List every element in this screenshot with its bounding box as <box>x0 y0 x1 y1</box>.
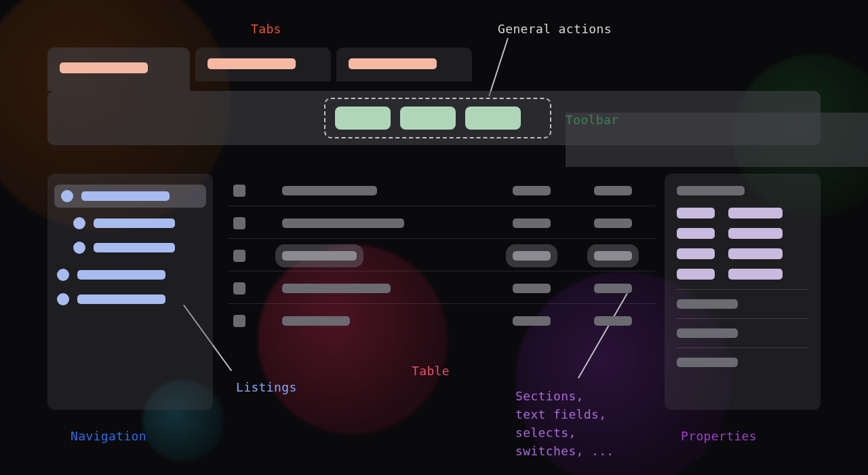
diagram-stage: Tabs General actions Toolbar Listings Na… <box>0 0 868 475</box>
cell-placeholder <box>282 316 350 326</box>
tab-placeholder <box>195 48 331 81</box>
property-line-placeholder <box>677 328 738 338</box>
properties-region <box>665 174 821 410</box>
row-icon <box>233 217 245 229</box>
nav-item-placeholder <box>54 185 206 208</box>
nav-bullet-icon <box>61 190 73 202</box>
property-key-placeholder <box>677 208 715 218</box>
row-icon <box>233 250 245 262</box>
cell-placeholder <box>594 316 632 326</box>
cell-placeholder <box>594 186 632 195</box>
annotation-general-actions: General actions <box>498 22 612 36</box>
property-line-placeholder <box>677 299 738 309</box>
row-icon <box>233 315 245 327</box>
nav-item-placeholder <box>73 242 175 254</box>
nav-label-placeholder <box>94 218 175 228</box>
navigation-region <box>47 174 213 410</box>
property-row <box>677 208 808 218</box>
tab-placeholder <box>336 48 472 81</box>
property-row <box>677 228 808 239</box>
property-value-placeholder <box>728 208 783 218</box>
cell-placeholder <box>513 316 551 326</box>
nav-bullet-icon <box>57 269 69 281</box>
tab-placeholder <box>47 48 190 91</box>
table-row <box>228 206 655 239</box>
cell-placeholder <box>282 218 404 228</box>
nav-bullet-icon <box>73 242 85 254</box>
divider <box>677 347 808 348</box>
property-row <box>677 269 808 280</box>
cell-placeholder <box>594 251 632 261</box>
nav-label-placeholder <box>81 191 170 201</box>
cell-placeholder <box>282 284 391 293</box>
tab-label-placeholder <box>349 58 437 69</box>
cell-placeholder <box>282 251 357 261</box>
cell-placeholder <box>513 284 551 293</box>
table-row <box>228 304 655 337</box>
annotation-listings: Listings <box>236 380 297 394</box>
cell-placeholder <box>513 251 551 261</box>
property-value-placeholder <box>728 248 783 259</box>
cell-placeholder <box>282 186 377 195</box>
property-row <box>677 248 808 259</box>
properties-header-placeholder <box>677 186 745 195</box>
toolbar-region <box>47 91 821 145</box>
nav-item-placeholder <box>73 217 175 229</box>
row-icon <box>233 185 245 197</box>
table-row <box>228 239 655 271</box>
property-key-placeholder <box>677 248 715 259</box>
nav-item-placeholder <box>57 269 165 281</box>
table-row <box>228 271 655 304</box>
property-value-placeholder <box>728 269 783 280</box>
nav-bullet-icon <box>73 217 85 229</box>
property-key-placeholder <box>677 269 715 280</box>
annotation-navigation: Navigation <box>71 429 146 443</box>
toolbar-action-placeholder <box>335 107 391 130</box>
general-actions-group <box>324 98 551 138</box>
nav-label-placeholder <box>77 294 165 304</box>
table-region <box>228 174 655 362</box>
nav-item-placeholder <box>57 293 165 305</box>
divider <box>677 289 808 290</box>
toolbar-action-placeholder <box>400 107 456 130</box>
cell-placeholder <box>594 218 632 228</box>
nav-label-placeholder <box>94 243 175 252</box>
cell-placeholder <box>513 218 551 228</box>
property-line-placeholder <box>677 358 738 367</box>
divider <box>677 318 808 319</box>
tab-label-placeholder <box>60 62 148 73</box>
annotation-sections: Sections, text fields, selects, switches… <box>515 387 614 460</box>
property-value-placeholder <box>728 228 783 239</box>
tab-label-placeholder <box>208 58 296 69</box>
connector-line <box>488 38 509 96</box>
cell-placeholder <box>513 186 551 195</box>
toolbar-action-placeholder <box>465 107 521 130</box>
nav-label-placeholder <box>77 270 165 280</box>
nav-bullet-icon <box>57 293 69 305</box>
row-icon <box>233 282 245 294</box>
annotation-properties: Properties <box>681 429 757 443</box>
property-key-placeholder <box>677 228 715 239</box>
annotation-tabs: Tabs <box>251 22 281 36</box>
table-row <box>228 174 655 206</box>
cell-placeholder <box>594 284 632 293</box>
annotation-table: Table <box>412 364 450 378</box>
